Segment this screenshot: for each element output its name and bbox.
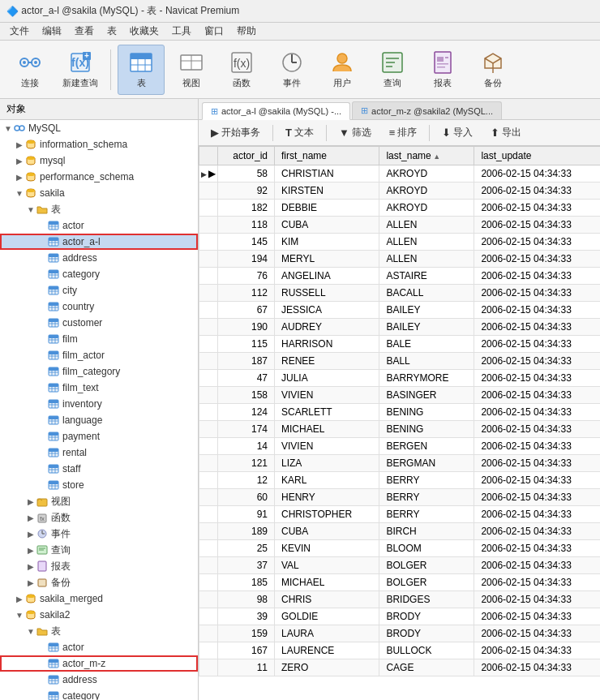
table-row[interactable]: 194MERYLALLEN2006-02-15 04:34:33: [199, 251, 601, 268]
col-header-first-name[interactable]: first_name: [275, 147, 379, 165]
sidebar-item-film_text[interactable]: film_text: [0, 380, 198, 396]
col-header-last-update[interactable]: last_update: [474, 147, 600, 165]
table-row[interactable]: 39GOLDIEBRODY2006-02-15 04:34:33: [199, 608, 601, 625]
table-row[interactable]: 91CHRISTOPHERBERRY2006-02-15 04:34:33: [199, 506, 601, 523]
sidebar-item-category[interactable]: category: [0, 266, 198, 282]
table-row[interactable]: 159LAURABRODY2006-02-15 04:34:33: [199, 625, 601, 642]
sidebar-item-tables-sakila[interactable]: ▼表: [0, 201, 198, 217]
sidebar-item-queries-sakila[interactable]: ▶查询: [0, 542, 198, 558]
table-row[interactable]: 190AUDREYBAILEY2006-02-15 04:34:33: [199, 319, 601, 336]
toolbar-function-button[interactable]: f(x) 函数: [218, 45, 265, 95]
table-row[interactable]: 98CHRISBRIDGES2006-02-15 04:34:33: [199, 591, 601, 608]
toolbar-newquery-button[interactable]: f(x) + 新建查询: [57, 45, 104, 95]
sidebar-item-country[interactable]: country: [0, 298, 198, 315]
sidebar-item-store[interactable]: store: [0, 477, 198, 493]
sidebar-item-sakila[interactable]: ▼sakila: [0, 185, 198, 201]
toolbar-query-button[interactable]: 查询: [369, 45, 416, 95]
sidebar-item-events-sakila[interactable]: ▶事件: [0, 526, 198, 542]
import-button[interactable]: ⬇ 导入: [435, 122, 480, 143]
table-row[interactable]: 14VIVIENBERGEN2006-02-15 04:34:33: [199, 438, 601, 455]
toolbar-view-button[interactable]: 视图: [168, 45, 215, 95]
sidebar-item-funcs-sakila[interactable]: ▶fx函数: [0, 509, 198, 526]
toolbar-user-button[interactable]: 用户: [319, 45, 366, 95]
sidebar-item-actor-sakila2[interactable]: actor: [0, 639, 198, 655]
menu-item-帮助[interactable]: 帮助: [230, 23, 263, 40]
menu-item-工具[interactable]: 工具: [165, 23, 198, 40]
sidebar-item-city[interactable]: city: [0, 282, 198, 298]
toolbar-backup-button[interactable]: 备份: [469, 45, 516, 95]
export-button[interactable]: ⬆ 导出: [483, 122, 529, 143]
table-row[interactable]: 112RUSSELLBACALL2006-02-15 04:34:33: [199, 285, 601, 302]
text-button[interactable]: T 文本: [278, 122, 321, 143]
sidebar-item-sakila_merged[interactable]: ▶sakila_merged: [0, 590, 198, 607]
sidebar-item-views-sakila[interactable]: ▶视图: [0, 493, 198, 509]
table-row[interactable]: 167LAURENCEBULLOCK2006-02-15 04:34:33: [199, 642, 601, 659]
table-row[interactable]: 158VIVIENBASINGER2006-02-15 04:34:33: [199, 387, 601, 404]
table-row[interactable]: 182DEBBIEAKROYD2006-02-15 04:34:33: [199, 200, 601, 217]
menu-item-查看[interactable]: 查看: [68, 23, 101, 40]
table-row[interactable]: 92KIRSTENAKROYD2006-02-15 04:34:33: [199, 183, 601, 200]
tab-actor-m-z[interactable]: ⊞ actor_m-z @sakila2 (MySQL...: [352, 101, 502, 119]
toolbar-report-button[interactable]: 报表: [419, 45, 466, 95]
filter-button[interactable]: ▼ 筛选: [332, 122, 379, 143]
sidebar-item-inventory[interactable]: inventory: [0, 396, 198, 412]
sidebar-item-staff[interactable]: staff: [0, 461, 198, 477]
table-row[interactable]: 118CUBAALLEN2006-02-15 04:34:33: [199, 217, 601, 234]
table-row[interactable]: 60HENRYBERRY2006-02-15 04:34:33: [199, 489, 601, 506]
table-row[interactable]: 121LIZABERGMAN2006-02-15 04:34:33: [199, 455, 601, 472]
toolbar-event-button[interactable]: 事件: [268, 45, 315, 95]
table-row[interactable]: 174MICHAELBENING2006-02-15 04:34:33: [199, 421, 601, 438]
sidebar-item-mysql-db[interactable]: ▶mysql: [0, 152, 198, 169]
table-row[interactable]: 47JULIABARRYMORE2006-02-15 04:34:33: [199, 370, 601, 387]
cell-first-name: RUSSELL: [275, 285, 379, 302]
sidebar-item-payment[interactable]: payment: [0, 428, 198, 444]
table-row[interactable]: 12KARLBERRY2006-02-15 04:34:33: [199, 472, 601, 489]
sidebar-item-film_category[interactable]: film_category: [0, 363, 198, 380]
table-row[interactable]: 124SCARLETTBENING2006-02-15 04:34:33: [199, 404, 601, 421]
sidebar-item-performance_schema[interactable]: ▶performance_schema: [0, 169, 198, 185]
table-row[interactable]: 145KIMALLEN2006-02-15 04:34:33: [199, 234, 601, 251]
toolbar-table-button[interactable]: 表: [118, 45, 165, 95]
table-container[interactable]: actor_id first_name last_name last_updat…: [199, 146, 600, 700]
sidebar-item-actor_a-l[interactable]: actor_a-l: [0, 234, 198, 250]
sidebar-item-language[interactable]: language: [0, 412, 198, 428]
sidebar-item-actor[interactable]: actor: [0, 217, 198, 234]
table-row[interactable]: 76ANGELINAASTAIRE2006-02-15 04:34:33: [199, 268, 601, 285]
menu-item-表[interactable]: 表: [101, 23, 123, 40]
table-row[interactable]: 37VALBOLGER2006-02-15 04:34:33: [199, 557, 601, 574]
sidebar-item-backups-sakila[interactable]: ▶备份: [0, 574, 198, 590]
row-pointer-cell: [199, 285, 218, 302]
cell-first-name: HARRISON: [275, 336, 379, 353]
sidebar-item-tables-sakila2[interactable]: ▼表: [0, 623, 198, 639]
col-header-actor-id[interactable]: actor_id: [218, 147, 275, 165]
sidebar-item-film_actor[interactable]: film_actor: [0, 347, 198, 363]
col-header-last-name[interactable]: last_name: [379, 147, 474, 165]
sidebar-item-address-sakila2[interactable]: address: [0, 672, 198, 688]
tab-actor-a-l[interactable]: ⊞ actor_a-l @sakila (MySQL) -...: [202, 102, 350, 120]
menu-item-文件[interactable]: 文件: [3, 23, 36, 40]
table-row[interactable]: 67JESSICABAILEY2006-02-15 04:34:33: [199, 302, 601, 319]
sidebar-item-film[interactable]: film: [0, 331, 198, 347]
menu-item-收藏夹[interactable]: 收藏夹: [123, 23, 165, 40]
sidebar-item-mysql[interactable]: ▼MySQL: [0, 120, 198, 136]
table-row[interactable]: 189CUBABIRCH2006-02-15 04:34:33: [199, 523, 601, 540]
sidebar-item-reports-sakila[interactable]: ▶报表: [0, 558, 198, 574]
table-row[interactable]: 185MICHAELBOLGER2006-02-15 04:34:33: [199, 574, 601, 591]
sidebar-item-information_schema[interactable]: ▶information_schema: [0, 136, 198, 152]
sidebar-item-category-sakila2[interactable]: category: [0, 688, 198, 700]
sidebar-item-actor_m-z[interactable]: actor_m-z: [0, 655, 198, 672]
sidebar-item-sakila2[interactable]: ▼sakila2: [0, 607, 198, 623]
sidebar-item-customer[interactable]: customer: [0, 315, 198, 331]
sidebar-item-rental[interactable]: rental: [0, 444, 198, 461]
menu-item-编辑[interactable]: 编辑: [36, 23, 68, 40]
table-row[interactable]: 115HARRISONBALE2006-02-15 04:34:33: [199, 336, 601, 353]
sidebar-item-address[interactable]: address: [0, 250, 198, 266]
sort-button[interactable]: ≡ 排序: [382, 122, 425, 143]
table-row[interactable]: 25KEVINBLOOM2006-02-15 04:34:33: [199, 540, 601, 557]
table-row[interactable]: 187RENEEBALL2006-02-15 04:34:33: [199, 353, 601, 370]
toolbar-connect-button[interactable]: 连接: [6, 45, 54, 95]
table-row[interactable]: 11ZEROCAGE2006-02-15 04:34:33: [199, 659, 601, 676]
menu-item-窗口[interactable]: 窗口: [198, 23, 230, 40]
table-row[interactable]: ▶58CHRISTIANAKROYD2006-02-15 04:34:33: [199, 165, 601, 183]
begin-transaction-button[interactable]: ▶ 开始事务: [204, 122, 268, 143]
